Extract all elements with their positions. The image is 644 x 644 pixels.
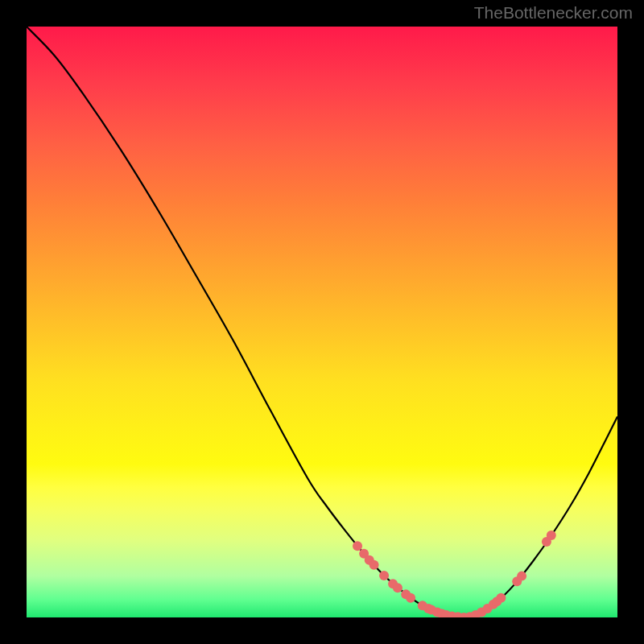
chart-curve: [27, 27, 617, 617]
chart-marker: [547, 530, 556, 540]
chart-svg: [27, 27, 617, 617]
chart-plot-area: [27, 27, 617, 617]
chart-marker: [496, 593, 506, 603]
chart-marker: [379, 571, 389, 580]
watermark-text: TheBottlenecker.com: [474, 3, 633, 23]
chart-marker: [406, 593, 415, 603]
chart-markers: [353, 530, 556, 617]
chart-marker: [393, 583, 402, 592]
chart-marker: [353, 541, 362, 551]
chart-marker: [369, 560, 379, 570]
chart-marker: [517, 572, 526, 581]
